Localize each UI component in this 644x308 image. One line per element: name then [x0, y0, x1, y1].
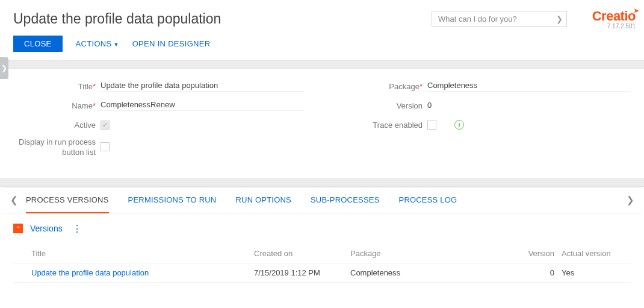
- tabs-scroll-right[interactable]: ❯: [623, 195, 637, 206]
- col-created[interactable]: Created on: [254, 249, 350, 258]
- table-row[interactable]: Update the profile data population7/15/2…: [13, 263, 631, 283]
- actions-menu[interactable]: ACTIONS ▼: [76, 39, 119, 48]
- field-version: 0: [427, 101, 631, 111]
- checkbox-display-run-button[interactable]: [101, 142, 110, 151]
- tab-permissions-to-run[interactable]: PERMISSIONS TO RUN: [128, 187, 217, 213]
- cell-version: 0: [525, 268, 562, 277]
- label-name: Name*: [13, 101, 101, 110]
- info-icon[interactable]: i: [454, 120, 464, 130]
- caret-down-icon: ▼: [113, 42, 119, 48]
- col-version[interactable]: Version: [525, 249, 562, 258]
- brand-logo: Creatio ➤: [592, 8, 636, 24]
- cell-package: Completeness: [350, 268, 525, 277]
- brand-bird-icon: ➤: [634, 7, 639, 14]
- cell-actual: Yes: [562, 268, 631, 277]
- brand-block: Creatio ➤ 7.17.2.501: [592, 8, 636, 30]
- global-search-input[interactable]: What can I do for you? ❯: [432, 11, 567, 27]
- label-active: Active: [13, 121, 101, 130]
- expand-side-panel-button[interactable]: ❯: [0, 57, 8, 79]
- chevron-right-icon: ❯: [556, 14, 563, 24]
- tabs-scroll-left[interactable]: ❮: [7, 195, 21, 206]
- search-placeholder: What can I do for you?: [438, 14, 517, 24]
- tab-process-log[interactable]: PROCESS LOG: [399, 187, 457, 213]
- col-package[interactable]: Package: [350, 249, 525, 258]
- label-trace: Trace enabled: [340, 121, 427, 130]
- label-display-run-button: Display in run process button list: [13, 137, 101, 158]
- cell-created: 7/15/2019 1:12 PM: [254, 268, 350, 277]
- label-package: Package*: [340, 82, 427, 91]
- tab-process-versions[interactable]: PROCESS VERSIONS: [26, 187, 109, 213]
- open-in-designer-button[interactable]: OPEN IN DESIGNER: [132, 39, 211, 48]
- detail-title[interactable]: Versions: [30, 224, 63, 233]
- close-button[interactable]: CLOSE: [13, 36, 63, 52]
- grid-header: Title Created on Package Version Actual …: [13, 244, 631, 263]
- cell-title[interactable]: Update the profile data population: [31, 268, 254, 277]
- field-name[interactable]: CompletenessRenew: [101, 100, 304, 111]
- section-divider: [0, 178, 644, 187]
- label-title: Title*: [13, 82, 101, 91]
- tab-run-options[interactable]: RUN OPTIONS: [235, 187, 291, 213]
- col-title[interactable]: Title: [31, 249, 254, 258]
- label-version: Version: [340, 101, 427, 110]
- checkbox-trace[interactable]: [427, 121, 436, 130]
- checkbox-active[interactable]: ✓: [101, 121, 110, 130]
- section-divider: [0, 60, 644, 69]
- detail-menu-button[interactable]: ⋮: [72, 223, 81, 234]
- field-title[interactable]: Update the profile data population: [101, 81, 304, 92]
- col-actual[interactable]: Actual version: [562, 249, 631, 258]
- field-package[interactable]: Completeness: [427, 81, 631, 92]
- collapse-detail-button[interactable]: ⌃: [13, 224, 23, 233]
- tab-sub-processes[interactable]: SUB-PROCESSES: [311, 187, 380, 213]
